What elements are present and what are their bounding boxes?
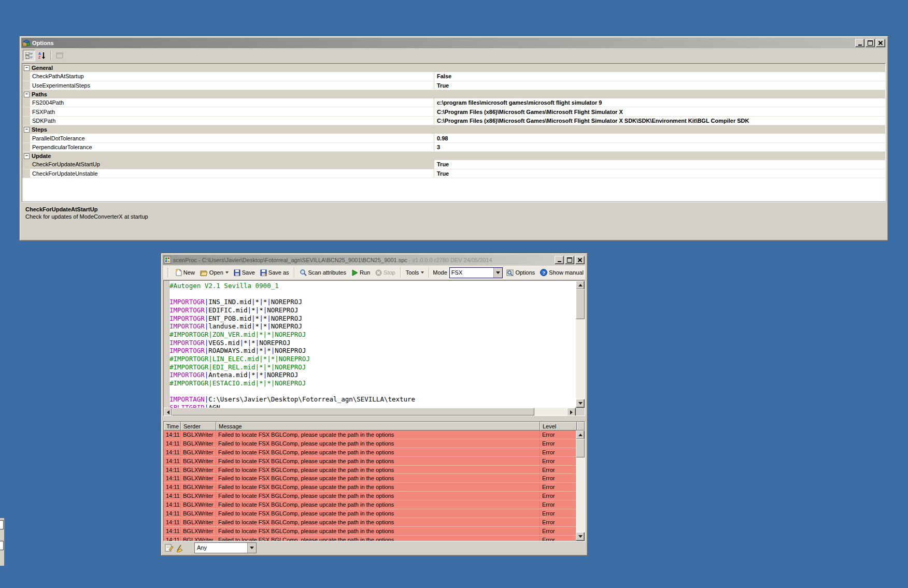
log-row[interactable]: 14:11:43BGLXWriterFailed to locate FSX B…: [164, 527, 576, 536]
property-row[interactable]: CheckForUpdateAtStartUpTrue: [22, 160, 885, 169]
code-line[interactable]: #IMPORTOGR|ESTACIO.mid|*|*|NOREPROJ: [169, 379, 576, 388]
close-button[interactable]: [876, 39, 885, 47]
editor-code[interactable]: #Autogen V2.1 Sevilla 0900_1 IMPORTOGR|I…: [169, 282, 576, 408]
log-row[interactable]: 14:11:43BGLXWriterFailed to locate FSX B…: [164, 431, 576, 439]
scroll-up-button[interactable]: [576, 281, 585, 290]
property-value[interactable]: True: [434, 169, 885, 178]
tools-button[interactable]: Tools: [404, 268, 426, 277]
property-name[interactable]: PerpendicularTolerance: [30, 143, 434, 151]
log-row[interactable]: 14:11:43BGLXWriterFailed to locate FSX B…: [164, 500, 576, 509]
collapse-icon[interactable]: −: [24, 153, 30, 159]
scroll-down-button[interactable]: [576, 532, 585, 541]
code-line[interactable]: SPLITGRID|AGN: [169, 404, 576, 408]
scroll-up-button[interactable]: [576, 431, 585, 439]
category-row[interactable]: −General: [22, 64, 885, 72]
code-line[interactable]: [169, 388, 576, 396]
property-name[interactable]: FS2004Path: [30, 98, 434, 107]
clear-log-icon[interactable]: [176, 543, 185, 552]
property-row[interactable]: CheckForUpdateUnstableTrue: [22, 169, 885, 178]
property-name[interactable]: CheckForUpdateUnstable: [30, 169, 434, 178]
property-value[interactable]: 3: [434, 143, 885, 151]
code-line[interactable]: #Autogen V2.1 Sevilla 0900_1: [169, 282, 576, 290]
property-name[interactable]: CheckPathAtStartup: [30, 72, 434, 80]
log-row[interactable]: 14:11:43BGLXWriterFailed to locate FSX B…: [164, 439, 576, 448]
log-header-message[interactable]: Message: [216, 422, 540, 431]
new-button[interactable]: New: [174, 268, 196, 277]
collapse-icon[interactable]: −: [24, 127, 30, 133]
collapse-icon[interactable]: −: [24, 92, 30, 97]
property-name[interactable]: CheckForUpdateAtStartUp: [30, 160, 434, 168]
log-row[interactable]: 14:11:43BGLXWriterFailed to locate FSX B…: [164, 509, 576, 518]
scroll-down-button[interactable]: [576, 399, 585, 408]
code-line[interactable]: IMPORTOGR|VEGS.mid|*|*|NOREPROJ: [169, 339, 576, 347]
mode-combobox[interactable]: FSX: [449, 267, 503, 278]
maximize-button[interactable]: [565, 256, 574, 264]
save-button[interactable]: Save: [232, 268, 257, 277]
property-pages-button[interactable]: [54, 50, 65, 61]
code-line[interactable]: IMPORTOGR|landuse.mid|*|*|NOREPROJ: [169, 322, 576, 331]
code-line[interactable]: IMPORTOGR|INS_IND.mid|*|*|NOREPROJ: [169, 298, 576, 306]
filter-dropdown-button[interactable]: [247, 543, 256, 553]
script-editor[interactable]: #Autogen V2.1 Sevilla 0900_1 IMPORTOGR|I…: [163, 280, 585, 416]
category-row[interactable]: −Paths: [22, 90, 885, 98]
property-row[interactable]: FS2004Pathc:\program files\microsoft gam…: [22, 98, 885, 107]
property-name[interactable]: SDKPath: [30, 117, 434, 125]
log-row[interactable]: 14:11:43BGLXWriterFailed to locate FSX B…: [164, 536, 576, 541]
scroll-left-button[interactable]: [164, 408, 173, 416]
property-row[interactable]: SDKPathC:\Program Files (x86)\Microsoft …: [22, 117, 885, 125]
property-value[interactable]: 0.98: [434, 134, 885, 142]
categorized-view-button[interactable]: + +: [23, 50, 35, 61]
save-as-button[interactable]: Save as: [259, 268, 291, 277]
log-header-time[interactable]: Time: [164, 422, 181, 431]
property-row[interactable]: UseExperimentalStepsTrue: [22, 81, 885, 90]
mode-dropdown-button[interactable]: [493, 268, 502, 278]
open-dropdown-icon[interactable]: [225, 271, 229, 274]
log-header-sender[interactable]: Serder: [181, 422, 216, 431]
property-value[interactable]: False: [434, 72, 885, 80]
scrollbar-thumb[interactable]: [576, 289, 585, 319]
log-row[interactable]: 14:11:43BGLXWriterFailed to locate FSX B…: [164, 518, 576, 527]
property-name[interactable]: UseExperimentalSteps: [30, 81, 434, 90]
code-line[interactable]: #IMPORTOGR|LIN_ELEC.mid|*|*|NOREPROJ: [169, 355, 576, 363]
log-row[interactable]: 14:11:43BGLXWriterFailed to locate FSX B…: [164, 448, 576, 457]
scan-attributes-button[interactable]: Scan attributes: [298, 268, 348, 277]
log-row[interactable]: 14:11:43BGLXWriterFailed to locate FSX B…: [164, 492, 576, 500]
close-button[interactable]: [575, 256, 585, 264]
property-value[interactable]: c:\program files\microsoft games\microso…: [434, 98, 885, 107]
show-manual-button[interactable]: ? Show manual: [538, 268, 585, 277]
property-row[interactable]: FSXPathC:\Program Files (x86)\Microsoft …: [22, 107, 885, 116]
code-line[interactable]: IMPORTOGR|EDIFIC.mid|*|*|NOREPROJ: [169, 306, 576, 314]
category-row[interactable]: −Steps: [22, 125, 885, 134]
code-line[interactable]: #IMPORTOGR|EDI_REL.mid|*|*|NOREPROJ: [169, 363, 576, 371]
options-titlebar[interactable]: Options: [21, 38, 886, 48]
category-row[interactable]: −Update: [22, 152, 885, 160]
code-line[interactable]: IMPORTAGN|C:\Users\Javier\Desktop\Fotorr…: [169, 395, 576, 404]
scroll-right-button[interactable]: [567, 408, 576, 416]
property-name[interactable]: ParallelDotTolerance: [30, 134, 434, 142]
property-value[interactable]: True: [434, 160, 885, 168]
partial-window-edge[interactable]: [0, 518, 5, 566]
log-header-level[interactable]: Level: [540, 422, 577, 431]
log-vertical-scrollbar[interactable]: [576, 431, 585, 541]
property-name[interactable]: FSXPath: [30, 107, 434, 116]
code-line[interactable]: IMPORTOGR|ENT_POB.mid|*|*|NOREPROJ: [169, 314, 576, 323]
property-value[interactable]: C:\Program Files (x86)\Microsoft Games\M…: [434, 117, 885, 125]
code-line[interactable]: IMPORTOGR|ROADWAYS.mid|*|*|NOREPROJ: [169, 347, 576, 355]
code-line[interactable]: [169, 290, 576, 298]
alphabetical-sort-button[interactable]: A Z: [36, 50, 48, 61]
property-value[interactable]: True: [434, 81, 885, 90]
minimize-button[interactable]: [555, 256, 564, 264]
scrollbar-thumb[interactable]: [172, 408, 534, 415]
log-row[interactable]: 14:11:43BGLXWriterFailed to locate FSX B…: [164, 466, 576, 475]
property-row[interactable]: CheckPathAtStartupFalse: [22, 72, 885, 81]
log-row[interactable]: 14:11:43BGLXWriterFailed to locate FSX B…: [164, 474, 576, 483]
code-line[interactable]: IMPORTOGR|Antena.mid|*|*|NOREPROJ: [169, 371, 576, 379]
scenproc-titlebar[interactable]: scenProc - C:\Users\Javier\Desktop\Fotor…: [163, 255, 586, 265]
open-button[interactable]: Open: [198, 268, 230, 277]
edit-log-icon[interactable]: [165, 543, 174, 552]
maximize-button[interactable]: [866, 39, 875, 47]
run-button[interactable]: Run: [350, 268, 372, 277]
options-button[interactable]: Options: [505, 268, 536, 277]
collapse-icon[interactable]: −: [24, 65, 30, 71]
editor-horizontal-scrollbar[interactable]: [164, 408, 576, 415]
